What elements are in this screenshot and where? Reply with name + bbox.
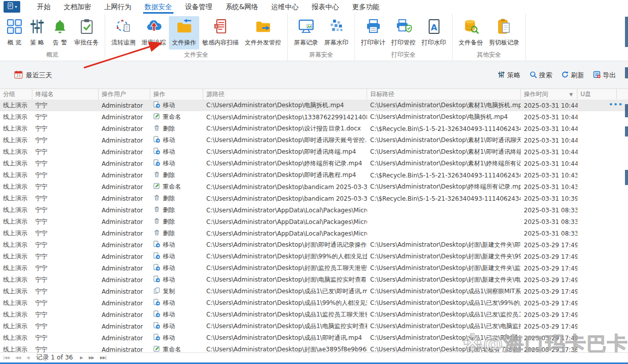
cell-usb — [577, 239, 617, 251]
cell-time: 2025-03-29 17:49:55 — [521, 262, 577, 274]
ribbon-item-策 略[interactable]: 策 略 — [26, 16, 49, 50]
tab-更多功能[interactable]: 更多功能 — [346, 0, 386, 14]
row-actions-menu[interactable]: ••• — [609, 101, 623, 108]
nav-prev-icon[interactable]: ◀ — [26, 355, 29, 360]
table-row[interactable]: 线上演示宁宁Administrator删除C:\Users\Administra… — [0, 216, 628, 228]
ribbon-item-剪切板记录[interactable]: 剪切板记录 — [486, 16, 522, 50]
ribbon-group-概览: 概 览策 略告 警审批任务概览 — [0, 14, 105, 61]
ribbon-item-打印管控[interactable]: 打印管控 — [388, 16, 419, 50]
table-row[interactable]: 线上演示宁宁Administrator移动C:\Users\Administra… — [0, 158, 628, 169]
导出-button[interactable]: 导出 — [593, 71, 616, 80]
table-row[interactable]: 线上演示宁宁Administrator移动C:\Users\Administra… — [0, 239, 628, 251]
cell-source: C:\Users\Administrator\Desktop\bandicam … — [203, 181, 367, 193]
cell-group: 线上演示 — [0, 228, 32, 239]
operation-label: 移动 — [163, 148, 175, 156]
cell-group: 线上演示 — [0, 251, 32, 262]
nav-first-icon[interactable]: |◀◀ — [3, 355, 9, 360]
cell-group: 线上演示 — [0, 262, 32, 274]
ribbon-item-告 警[interactable]: 告 警 — [49, 16, 71, 50]
trace-icon — [115, 18, 132, 37]
table-row[interactable]: 线上演示宁宁Administrator重命名C:\Users\Administr… — [0, 181, 628, 193]
cell-terminal: 宁宁 — [32, 228, 99, 239]
tab-设备管理[interactable]: 设备管理 — [178, 0, 219, 14]
刷新-button[interactable]: 刷新 — [561, 71, 584, 80]
table-row[interactable]: 线上演示宁宁Administrator重命名C:\Users\Administr… — [0, 111, 628, 123]
table-row[interactable]: 线上演示宁宁Administrator重命名C:\Users\Administr… — [0, 344, 628, 353]
tab-系统&网络[interactable]: 系统&网络 — [219, 0, 265, 14]
cell-usb — [577, 262, 617, 274]
ribbon-item-文件备份[interactable]: 文件备份 — [456, 16, 486, 50]
table-row[interactable]: 线上演示宁宁Administrator移动C:\Users\Administra… — [0, 100, 628, 111]
table-row[interactable]: 线上演示宁宁Administrator删除C:\Users\Administra… — [0, 169, 628, 181]
table-row[interactable]: 线上演示宁宁Administrator移动C:\Users\Administra… — [0, 262, 628, 274]
menu-bar: ▾ 开始文档加密上网行为数据安全设备管理系统&网络运维中心报表中心更多功能 — [0, 0, 628, 14]
column-header-terminal[interactable]: 终端名 — [32, 89, 99, 100]
table-row[interactable]: 线上演示宁宁Administrator删除C:\Users\Administra… — [0, 204, 628, 216]
ribbon-item-屏幕水印[interactable]: 屏幕水印 — [321, 16, 351, 50]
tab-文档加密[interactable]: 文档加密 — [57, 0, 98, 14]
cell-group: 线上演示 — [0, 158, 32, 169]
table-row[interactable]: 线上演示宁宁Administrator复制C:\Users\Administra… — [0, 286, 628, 297]
ribbon-item-label: 告 警 — [53, 38, 67, 47]
tab-报表中心[interactable]: 报表中心 — [305, 0, 346, 14]
ribbon-item-文件外发管控[interactable]: 文件外发管控 — [242, 16, 284, 50]
cell-time: 2025-03-31 08:33:22 — [521, 216, 577, 228]
cell-target: C:\Users\Administrator\Desktop\素材1\即时通讯终… — [367, 146, 521, 158]
ribbon-item-打印水印[interactable]: A打印水印 — [419, 16, 449, 50]
column-header-group[interactable]: 分组 — [0, 89, 32, 100]
operation-label: 移动 — [163, 299, 175, 307]
folder-return-icon — [176, 18, 193, 37]
column-header-target[interactable]: 目标路径 — [367, 89, 521, 100]
ribbon-item-审批任务[interactable]: 审批任务 — [71, 16, 102, 50]
op-move-icon — [153, 322, 160, 331]
table-row[interactable]: 线上演示宁宁Administrator移动C:\Users\Administra… — [0, 297, 628, 309]
column-header-op[interactable]: 操作 — [150, 89, 203, 100]
ribbon-item-泄密追踪[interactable]: 泄密追踪 — [139, 16, 169, 50]
table-row[interactable]: 线上演示宁宁Administrator删除C:\Users\Administra… — [0, 228, 628, 239]
column-header-user[interactable]: 操作用户 — [99, 89, 150, 100]
table-row[interactable]: 线上演示宁宁Administrator删除C:\Users\Administra… — [0, 193, 628, 204]
column-header-source[interactable]: 源路径 — [203, 89, 367, 100]
tab-数据安全[interactable]: 数据安全 — [138, 0, 178, 14]
op-move-icon — [153, 159, 160, 168]
ribbon-item-流转追溯[interactable]: 流转追溯 — [108, 16, 139, 50]
ribbon-group-label: 屏幕安全 — [291, 50, 351, 62]
column-header-filler — [617, 89, 628, 100]
screen-record-icon — [298, 18, 315, 37]
ribbon-item-label: 审批任务 — [74, 38, 99, 47]
nav-prev-page-icon[interactable]: ◀◀ — [15, 355, 20, 360]
column-header-usb[interactable]: U盘 — [577, 89, 617, 100]
ribbon-item-打印审计[interactable]: 打印审计 — [358, 16, 388, 50]
table-row[interactable]: 线上演示宁宁Administrator移动C:\Users\Administra… — [0, 146, 628, 158]
cell-user: Administrator — [99, 228, 150, 239]
tab-上网行为[interactable]: 上网行为 — [98, 0, 138, 14]
ribbon-item-文件操作[interactable]: 文件操作 — [169, 16, 199, 50]
table-row[interactable]: 线上演示宁宁Administrator移动C:\Users\Administra… — [0, 274, 628, 286]
tab-开始[interactable]: 开始 — [30, 0, 57, 14]
filter-caret-icon[interactable]: ▼ — [569, 92, 573, 97]
column-header-time[interactable]: 操作时间▼ — [521, 89, 577, 100]
cell-time: 2025-03-29 17:49:30 — [521, 286, 577, 297]
cell-target: C:\Users\Administrator\Desktop\素材1\电脑拆机.… — [367, 100, 521, 111]
table-row[interactable]: 线上演示宁宁Administrator移动C:\Users\Administra… — [0, 332, 628, 344]
tab-运维中心[interactable]: 运维中心 — [265, 0, 305, 14]
ribbon-item-概 览[interactable]: 概 览 — [3, 16, 26, 50]
table-row[interactable]: 线上演示宁宁Administrator删除C:\Users\Administra… — [0, 123, 628, 134]
cell-source: C:\Users\Administrator\Desktop\即时通讯聊天账号管… — [203, 134, 367, 146]
策略-button[interactable]: 策略 — [498, 71, 520, 80]
table-row[interactable]: 线上演示宁宁Administrator移动C:\Users\Administra… — [0, 309, 628, 321]
app-menu-button[interactable]: ▾ — [4, 1, 20, 13]
ribbon-item-屏幕记录[interactable]: 屏幕记录 — [291, 16, 321, 50]
nav-next-page-icon[interactable]: ▶▶ — [88, 355, 94, 360]
table-row[interactable]: 线上演示宁宁Administrator移动C:\Users\Administra… — [0, 134, 628, 146]
搜索-button[interactable]: 搜索 — [529, 71, 552, 80]
cell-terminal: 宁宁 — [32, 239, 99, 251]
table-row[interactable]: 线上演示宁宁Administrator移动C:\Users\Administra… — [0, 321, 628, 332]
ribbon-item-敏感内容扫描[interactable]: 敏感内容扫描 — [199, 16, 242, 50]
op-delete-icon — [153, 217, 160, 226]
table-row[interactable]: 线上演示宁宁Administrator移动C:\Users\Administra… — [0, 251, 628, 262]
date-filter-button[interactable]: 23 最近三天 — [14, 70, 52, 80]
column-header-label: 源路径 — [206, 90, 225, 99]
nav-next-icon[interactable]: ▶ — [80, 355, 82, 360]
nav-last-icon[interactable]: ▶▶| — [100, 355, 106, 360]
